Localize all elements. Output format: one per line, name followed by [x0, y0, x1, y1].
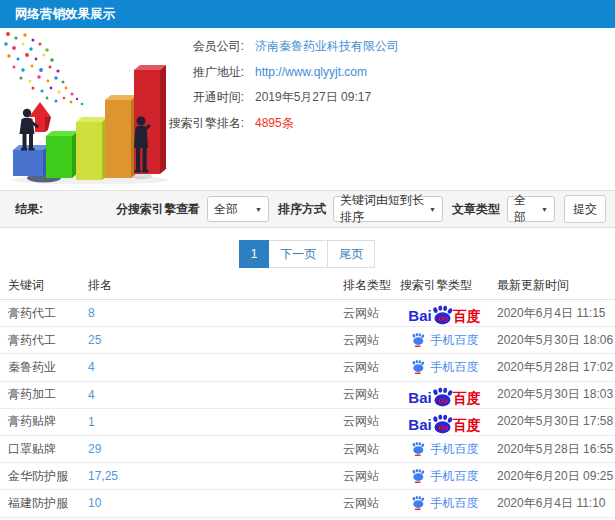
updated-cell: 2020年5月28日 17:02 [492, 359, 615, 376]
column-header-engine-type: 搜索引擎类型 [397, 277, 492, 294]
table-row: 膏药加工 4 云网站 Bai du 百度 2020年5月30日 18:03 [0, 382, 615, 409]
rank-type-cell: 云网站 [343, 468, 397, 485]
column-header-rank: 排名 [88, 277, 343, 294]
baidu-du-letters: du [437, 396, 447, 405]
mobile-baidu-paw-icon [411, 359, 426, 375]
baidu-pc-logo: Bai du 百度 [408, 412, 480, 432]
last-page-button[interactable]: 尾页 [327, 240, 375, 268]
engine-cell: Bai du 百度 [397, 385, 492, 405]
column-header-updated: 最新更新时间 [492, 277, 615, 294]
member-company-link[interactable]: 济南秦鲁药业科技有限公司 [255, 38, 399, 55]
table-row: 膏药代工 8 云网站 Bai du 百度 2020年6月4日 11:15 [0, 300, 615, 327]
mobile-baidu-paw-icon [411, 468, 426, 484]
open-time-label: 开通时间: [158, 89, 244, 106]
member-info-list: 会员公司: 济南秦鲁药业科技有限公司 推广地址: http://www.qlyy… [158, 34, 399, 136]
rank-link[interactable]: 1 [88, 415, 343, 429]
info-row-rank-count: 搜索引擎排名: 4895条 [158, 111, 399, 137]
next-page-button[interactable]: 下一页 [268, 240, 328, 268]
company-label: 会员公司: [158, 38, 244, 55]
engine-cell: 手机百度 [397, 359, 492, 375]
result-label: 结果: [15, 201, 43, 218]
article-type-select[interactable]: 全部 ▼ [507, 196, 555, 222]
rank-type-cell: 云网站 [343, 305, 397, 322]
sort-order-value: 关键词由短到长排序 [340, 192, 425, 226]
rank-type-cell: 云网站 [343, 441, 397, 458]
keyword-cell: 膏药代工 [0, 332, 88, 349]
promo-url-link[interactable]: http://www.qlyyjt.com [255, 65, 367, 79]
marketing-growth-illustration [0, 30, 178, 185]
baidu-pc-logo: Bai du 百度 [408, 303, 480, 323]
updated-cell: 2020年5月28日 16:55 [492, 441, 615, 458]
baidu-paw-icon: du [431, 387, 454, 407]
article-type-value: 全部 [514, 192, 537, 226]
rank-link[interactable]: 17,25 [88, 469, 343, 483]
rank-count-value: 4895条 [255, 115, 294, 132]
engine-cell: Bai du 百度 [397, 303, 492, 323]
baidu-mobile-logo: 手机百度 [411, 359, 479, 375]
baidu-du-letters: du [437, 423, 447, 432]
baidu-paw-icon: du [431, 305, 454, 325]
rank-type-cell: 云网站 [343, 359, 397, 376]
keyword-cell: 口罩贴牌 [0, 441, 88, 458]
keyword-cell: 福建防护服 [0, 495, 88, 512]
updated-cell: 2020年5月30日 17:58 [492, 413, 615, 430]
chevron-down-icon: ▼ [255, 206, 262, 213]
submit-button[interactable]: 提交 [564, 195, 606, 223]
baidu-du-letters: du [437, 314, 447, 323]
info-row-company: 会员公司: 济南秦鲁药业科技有限公司 [158, 34, 399, 60]
sort-order-select[interactable]: 关键词由短到长排序 ▼ [333, 196, 443, 222]
results-table: 关键词 排名 排名类型 搜索引擎类型 最新更新时间 膏药代工 8 云网站 Bai… [0, 272, 615, 520]
table-row: 福建防护服 10 云网站 手机百度 2020年6月4日 11:10 [0, 490, 615, 517]
info-section: 会员公司: 济南秦鲁药业科技有限公司 推广地址: http://www.qlyy… [0, 28, 615, 190]
engine-cell: 手机百度 [397, 495, 492, 511]
rank-link[interactable]: 4 [88, 388, 343, 402]
baidu-paw-icon: du [431, 414, 454, 434]
keyword-cell: 秦鲁药业 [0, 359, 88, 376]
column-header-keyword: 关键词 [0, 277, 88, 294]
table-row: 膏药代工 25 云网站 手机百度 2020年5月30日 18:06 [0, 327, 615, 354]
filter-bar: 结果: 分搜索引擎查看 全部 ▼ 排序方式 关键词由短到长排序 ▼ 文章类型 全… [0, 190, 615, 228]
updated-cell: 2020年6月4日 11:15 [492, 305, 615, 322]
rank-link[interactable]: 8 [88, 306, 343, 320]
rank-link[interactable]: 10 [88, 496, 343, 510]
mobile-baidu-paw-icon [411, 332, 426, 348]
keyword-cell: 金华防护服 [0, 468, 88, 485]
engine-filter-value: 全部 [214, 201, 238, 218]
updated-cell: 2020年5月30日 18:06 [492, 332, 615, 349]
table-row: 秦鲁药业 4 云网站 手机百度 2020年5月28日 17:02 [0, 354, 615, 381]
updated-cell: 2020年6月4日 11:10 [492, 495, 615, 512]
mobile-baidu-paw-icon [411, 441, 426, 457]
page-header: 网络营销效果展示 [0, 0, 615, 28]
rank-link[interactable]: 25 [88, 333, 343, 347]
keyword-cell: 膏药代工 [0, 305, 88, 322]
table-row: 口罩贴牌 29 云网站 手机百度 2020年5月28日 16:55 [0, 436, 615, 463]
keyword-cell: 膏药贴牌 [0, 413, 88, 430]
table-row: 膏药贴牌 1 云网站 Bai du 百度 2020年5月30日 17:58 [0, 409, 615, 436]
page-title: 网络营销效果展示 [15, 7, 115, 21]
baidu-mobile-logo: 手机百度 [411, 495, 479, 511]
keyword-cell: 膏药加工 [0, 386, 88, 403]
rank-type-cell: 云网站 [343, 495, 397, 512]
table-row: 金华防护服 17,25 云网站 手机百度 2020年6月20日 09:25 [0, 463, 615, 490]
mobile-baidu-paw-icon [411, 495, 426, 511]
pagination: 1 下一页 尾页 [0, 240, 615, 268]
updated-cell: 2020年6月20日 09:25 [492, 468, 615, 485]
rank-type-cell: 云网站 [343, 332, 397, 349]
engine-cell: Bai du 百度 [397, 412, 492, 432]
engine-filter-select[interactable]: 全部 ▼ [207, 196, 269, 222]
results-table-body: 膏药代工 8 云网站 Bai du 百度 2020年6月4日 11:15 膏药代… [0, 300, 615, 520]
confetti-dots [4, 32, 83, 105]
rank-count-label: 搜索引擎排名: [158, 115, 244, 132]
engine-cell: 手机百度 [397, 441, 492, 457]
baidu-mobile-logo: 手机百度 [411, 468, 479, 484]
engine-cell: 手机百度 [397, 332, 492, 348]
rank-link[interactable]: 29 [88, 442, 343, 456]
app-window: 网络营销效果展示 [0, 0, 615, 520]
updated-cell: 2020年5月30日 18:03 [492, 386, 615, 403]
engine-cell: 手机百度 [397, 468, 492, 484]
rank-type-cell: 云网站 [343, 413, 397, 430]
info-row-url: 推广地址: http://www.qlyyjt.com [158, 60, 399, 86]
rank-link[interactable]: 4 [88, 360, 343, 374]
page-number-1[interactable]: 1 [239, 240, 270, 268]
column-header-rank-type: 排名类型 [343, 277, 397, 294]
